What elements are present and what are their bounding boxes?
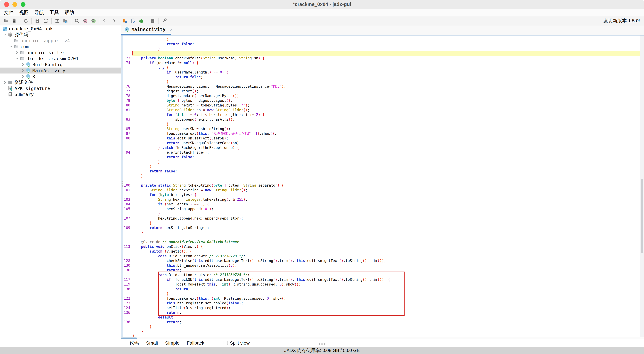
log-icon[interactable]	[150, 18, 156, 23]
code-line[interactable]: return false;	[121, 42, 644, 46]
code-line[interactable]: } catch (NoSuchAlgorithmException e) {	[121, 145, 644, 150]
code-line[interactable]: }	[121, 329, 644, 334]
code-line[interactable]: 77 digest.reset();	[121, 89, 644, 93]
code-line[interactable]: }	[121, 79, 644, 84]
code-line[interactable]: }	[121, 164, 644, 169]
code-line[interactable]: }	[121, 211, 644, 216]
chevron-right-icon[interactable]	[2, 80, 8, 85]
code-line[interactable]: 100 private static String toHexString(by…	[121, 183, 644, 188]
close-tab-icon[interactable]: ×	[170, 27, 173, 32]
add-file-icon[interactable]	[12, 18, 17, 23]
tree-item-6[interactable]: cBuildConfig	[0, 62, 121, 68]
code-line[interactable]: 103 String hex = Integer.toHexString(b &…	[121, 197, 644, 202]
code-line[interactable]: return false;	[121, 75, 644, 79]
text-search-icon[interactable]	[82, 18, 88, 23]
code-line[interactable]: }	[121, 230, 644, 235]
code-line[interactable]: 113 public void onClick(View v) {	[121, 244, 644, 249]
code-line[interactable]: 104 if (hex.length() == 1) {	[121, 202, 644, 206]
open-folder-icon[interactable]	[3, 18, 9, 23]
code-line[interactable]	[121, 51, 644, 56]
code-line[interactable]: 109 return hexString.toString();	[121, 225, 644, 230]
code-line[interactable]: }	[121, 122, 644, 126]
code-line[interactable]: 78 digest.update(userName.getBytes());	[121, 93, 644, 98]
tree-item-9[interactable]: 资源文件	[0, 79, 121, 85]
view-tab-3[interactable]: Fallback	[183, 340, 208, 346]
menu-item-2[interactable]: 导航	[32, 9, 46, 16]
tree-item-3[interactable]: com	[0, 44, 121, 50]
menu-item-3[interactable]: 工具	[46, 9, 62, 16]
update-notice-link[interactable]: 发现新版本 1.5.0!	[603, 17, 640, 24]
horizontal-scrollbar[interactable]	[121, 337, 644, 339]
chevron-right-icon[interactable]	[20, 74, 26, 79]
reload-icon[interactable]	[23, 18, 28, 23]
code-line[interactable]: if (userName.length() == 0) {	[121, 70, 644, 75]
code-line[interactable]: }	[121, 160, 644, 164]
code-line[interactable]: 76 MessageDigest digest = MessageDigest.…	[121, 84, 644, 89]
split-view-toggle[interactable]: Split view	[224, 340, 250, 346]
menu-item-4[interactable]: 帮助	[62, 9, 77, 16]
vertical-scrollbar-thumb[interactable]	[641, 179, 643, 253]
tree-item-11[interactable]: Summary	[0, 91, 121, 97]
view-tab-2[interactable]: Simple	[162, 340, 183, 346]
code-line[interactable]: 81 StringBuilder sb = new StringBuilder(…	[121, 108, 644, 112]
code-line[interactable]: 85 String userSN = sb.toString();	[121, 126, 644, 131]
panel-resize-handle[interactable]	[319, 343, 326, 345]
packages-icon[interactable]	[63, 18, 68, 23]
code-line[interactable]: }	[121, 334, 644, 337]
chevron-down-icon[interactable]	[14, 56, 20, 61]
menu-item-0[interactable]: 文件	[1, 9, 16, 16]
code-line[interactable]: switch (v.getId()) {	[121, 249, 644, 254]
code-line[interactable]: 73 private boolean checkSNfalse(String u…	[121, 56, 644, 60]
rename-icon[interactable]	[130, 18, 136, 23]
code-line[interactable]: 94 e.printStackTrace();	[121, 150, 644, 155]
export-icon[interactable]	[43, 18, 48, 23]
code-line[interactable]: 130 this.btn_answer.setVisibility(8);	[121, 263, 644, 268]
code-line[interactable]: }	[121, 46, 644, 51]
code-line[interactable]: for (int i = 0; i < hexstr.length(); i +…	[121, 112, 644, 117]
code-line[interactable]: }	[121, 37, 644, 42]
tree-item-10[interactable]: APK signature	[0, 85, 121, 91]
code-line[interactable]: return false;	[121, 169, 644, 174]
code-line[interactable]: case R.id.button_answer /* 2131230723 */…	[121, 254, 644, 258]
code-line[interactable]: 83 sb.append(hexstr.charAt(i));	[121, 117, 644, 122]
tree-item-0[interactable]: crackme_0x04.apk	[0, 26, 121, 32]
flatten-packages-icon[interactable]	[54, 18, 60, 23]
forward-icon[interactable]	[110, 18, 116, 23]
code-line[interactable]: 74 if (userName != null) {	[121, 60, 644, 65]
back-icon[interactable]	[102, 18, 108, 23]
preferences-icon[interactable]	[162, 18, 167, 23]
tree-item-8[interactable]: cR	[0, 73, 121, 79]
chevron-right-icon[interactable]	[20, 68, 26, 73]
vertical-scrollbar[interactable]	[640, 35, 644, 337]
code-line[interactable]: }	[121, 174, 644, 178]
code-line[interactable]: return false;	[121, 155, 644, 160]
tree-item-4[interactable]: android.killer	[0, 50, 121, 56]
quark-icon[interactable]	[138, 18, 144, 23]
code-line[interactable]: 87 Toast.makeText(this, "竟然作弊，好丢人的哦", 1)…	[121, 131, 644, 136]
chevron-down-icon[interactable]	[2, 32, 8, 37]
code-line[interactable]: 80 String hexstr = toHexString(bytes, ""…	[121, 103, 644, 108]
split-view-checkbox[interactable]	[224, 341, 228, 345]
code-line[interactable]: try {	[121, 65, 644, 70]
code-line[interactable]: 88 this.edit_sn.setText(userSN);	[121, 136, 644, 141]
tree-item-1[interactable]: 源代码	[0, 32, 121, 38]
deobfuscation-icon[interactable]	[122, 18, 128, 23]
code-editor[interactable]: } return false; }73 private boolean chec…	[121, 35, 644, 337]
code-line[interactable]: 136 return;	[121, 320, 644, 324]
code-line[interactable]: }	[121, 324, 644, 329]
class-search-icon[interactable]	[91, 18, 96, 23]
chevron-down-icon[interactable]	[8, 44, 14, 49]
chevron-right-icon[interactable]	[14, 50, 20, 55]
save-icon[interactable]	[35, 18, 40, 23]
code-line[interactable]: return userSN.equalsIgnoreCase(sn);	[121, 141, 644, 145]
code-line[interactable]: 101 StringBuilder hexString = new String…	[121, 188, 644, 192]
code-line[interactable]	[121, 235, 644, 239]
code-line[interactable]: for (byte b : bytes) {	[121, 192, 644, 197]
menu-item-1[interactable]: 视图	[16, 9, 32, 16]
editor-tab-mainactivity[interactable]: cMainActivity×	[121, 25, 176, 33]
code-line[interactable]	[121, 178, 644, 183]
chevron-right-icon[interactable]	[20, 62, 26, 67]
view-tab-1[interactable]: Smali	[142, 340, 162, 346]
code-line[interactable]: 79 byte[] bytes = digest.digest();	[121, 98, 644, 103]
tree-item-7[interactable]: cMainActivity	[0, 68, 121, 73]
